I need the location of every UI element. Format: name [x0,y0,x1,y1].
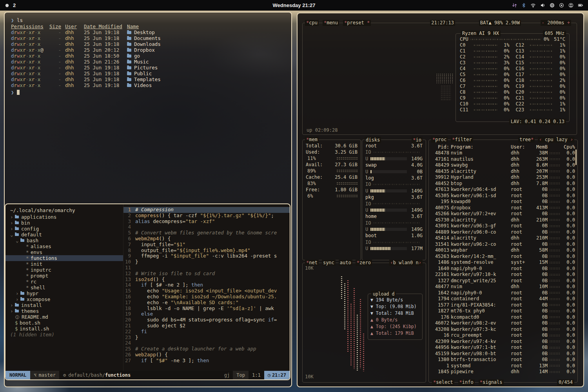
proc-row[interactable]: 48429swaybgdhh8.6M0.0 [431,162,575,169]
proc-row[interactable]: 47613kworker/u96:4-sdroot0B0.0 [431,187,575,193]
proc-row[interactable]: 45159kworker/u98:0-btroot0B0.0 [431,351,575,357]
proc-row[interactable]: 1845pipewiredhh14M0.0 [431,369,575,375]
tab-mem[interactable]: *mem [305,137,319,143]
proc-row[interactable]: 1827mt76-tx phy0root0B0.0 [431,308,575,314]
proc-row[interactable]: 22161kworker/u97:10-kroot0B0.0 [431,272,575,278]
buffer-line[interactable]: 13iso2sd() { [123,277,290,283]
buffer-line[interactable]: 25# Create a desktop launcher for a web … [123,346,290,352]
tab-proc[interactable]: *proc [431,137,448,143]
tree-item-install[interactable]: ›install [5,302,123,308]
tree-item-install.sh[interactable]: $install.sh [5,326,123,332]
proc-row[interactable]: 48478nvimdhh38M0.0 [431,150,575,156]
tree-item-boot.sh[interactable]: $boot.sh [5,320,123,326]
volume-icon[interactable] [540,3,545,8]
tree-item-themes[interactable]: ›themes [5,308,123,314]
tab-cpu[interactable]: *cpu [305,20,319,26]
buffer-line[interactable]: 15 echo "Usage: iso2sd <input_file> <out… [123,288,290,294]
tree-item-rc[interactable]: *rc [5,279,123,285]
proc-row[interactable]: 1577irq/81-PIXA3854:root0B0.0 [431,302,575,309]
buffer-line[interactable]: 26web2app() { [123,352,290,358]
proc-row[interactable]: 39912Hyprlanddhh253M0.0 [431,174,575,181]
buffer-line[interactable]: 22 fi [123,329,290,335]
workspace-indicator[interactable]: 2 [13,0,16,11]
proc-row[interactable]: 1794containerdroot44M0.0 [431,296,575,302]
buffer-line[interactable]: 24 [123,340,290,346]
buffer-line[interactable]: 14 if [ $# -ne 2 ]; then [123,282,290,288]
tab-io[interactable]: *io [412,137,423,143]
footer-info[interactable]: *info [458,379,475,385]
proc-row[interactable]: 48452btopdhh7.8M0.0 [431,181,575,187]
tree-item-init[interactable]: *init [5,261,123,267]
proc-row[interactable]: 45305kworker/u96:1-sdroot0B0.0 [431,193,575,199]
tree-item-README.md[interactable]: iREADME.md [5,314,123,320]
proc-row[interactable]: 45263kworker/14:2-mm_root0B0.0 [431,254,575,260]
buffer-line[interactable]: 3alias decompress="tar -xzf" [123,219,290,225]
buffer-line[interactable]: 18 lsblk -d -o NAME | grep -E '^sd[a-z]'… [123,306,290,312]
tree-item-applications[interactable]: ›applications [5,214,123,220]
tree-item-envs[interactable]: *envs [5,249,123,255]
process-scrollbar[interactable] [575,149,577,165]
buffer-line[interactable]: 1# Compression [123,207,290,213]
tree-item-shell[interactable]: *shell [5,285,123,290]
buffer-line[interactable]: 12# Write iso file to sd card [123,271,290,277]
proc-row[interactable]: 16rcu_preemptroot0B0.0 [431,332,575,339]
footer-signals[interactable]: *signals [479,379,504,385]
battery-icon[interactable] [578,3,583,8]
tree-item-functions[interactable]: *functions [5,255,123,261]
tab-net[interactable]: *net [305,260,319,266]
proc-row[interactable]: 43208kworker/u97:3-kcroot0B0.0 [431,327,575,333]
tree-item-hypr[interactable]: ›hypr [5,290,123,296]
proc-row[interactable]: 1327dmcrypt_write/25root0B0.0 [431,278,575,284]
proc-row[interactable]: 176kcompactd0root0B0.0 [431,314,575,321]
proc-row[interactable]: 40013waybardhh58M0.0 [431,247,575,254]
proc-row[interactable]: 48477nvimdhh10M0.0 [431,284,575,290]
proc-row[interactable]: 44956kworker/u97:1-btroot0B0.0 [431,345,575,351]
proc-row[interactable]: 1380btrfs-transactioroot0B0.0 [431,357,575,363]
tab-auto[interactable]: auto [339,260,352,266]
tree-item-bin[interactable]: ›bin [5,220,123,226]
update-interval-control[interactable]: - 2000ms + [541,20,571,26]
buffer-line[interactable]: 27 if [ "$#" -ne 3 ]; then [123,358,290,364]
tree-item-aliases[interactable]: *aliases [5,243,123,249]
buffer-line[interactable]: 23} [123,335,290,341]
proc-row[interactable]: 31541kworker/u96:2-coroot0B0.0 [431,241,575,248]
proc-row[interactable]: 42309kworker/u97:4-kvroot0B0.0 [431,339,575,345]
proc-row[interactable]: 48435alacrittydhh207M0.0 [431,169,575,175]
tree-item-inputrc[interactable]: *inputrc [5,267,123,273]
footer-select[interactable]: *select [432,379,454,385]
sort-selector[interactable]: ‹ cpu lazy › [538,137,574,143]
tree-item-config[interactable]: ›config [5,226,123,232]
tab-disks[interactable]: disks [365,137,381,143]
proc-row[interactable]: 45730alacrittydhh210M0.0 [431,217,575,223]
buffer-line[interactable]: 9 ffmpeg -i "$input_file" -c:v libx264 -… [123,253,290,259]
proc-row[interactable]: 1642napi/phy0-0root0B0.0 [431,290,575,296]
tab-sync[interactable]: sync [322,260,336,266]
buffer-line[interactable]: 8 output_file="${input_file%.webm}.mp4" [123,248,290,254]
tree-item-xcompose[interactable]: ›xcompose [5,296,123,302]
proc-row[interactable]: 46072kworker/u98:2-evroot0B0.0 [431,320,575,327]
buffer-line[interactable]: 10} [123,259,290,265]
buffer-line[interactable]: 20 sudo dd bs=4M status=progress oflag=s… [123,317,290,323]
arrows-updown-icon[interactable] [512,3,517,8]
proc-row[interactable]: 44889kworker/u96:0-coroot0B0.0 [431,229,575,236]
buffer-line[interactable]: 7 input_file="$1" [123,242,290,248]
editor-buffer[interactable]: 1# Compression2compress() { tar -czf "${… [123,204,290,371]
buffer-line[interactable]: 11 [123,265,290,271]
buffer-line[interactable]: 21 sudo eject $2 [123,323,290,329]
proc-row[interactable]: 47161nautilusdhh263M0.0 [431,156,575,163]
tab-menu[interactable]: *menu [323,20,339,26]
tree-item-default[interactable]: ⌄default [5,232,123,238]
net-stats-title[interactable]: upload d [371,291,396,298]
record-icon[interactable] [559,3,564,8]
wifi-icon[interactable] [530,3,536,8]
proc-row[interactable]: 45414alacrittydhh210M0.0 [431,235,575,241]
tab-preset[interactable]: *preset * [343,20,371,26]
buffer-line[interactable]: 17 echo -e "\nAvailable SD cards:" [123,300,290,306]
tab-zero[interactable]: *zero [356,260,372,266]
proc-row[interactable]: 1486systemd-resolvesyst+15M0.0 [431,260,575,266]
tab-tree[interactable]: tree* [518,137,535,143]
bluetooth-icon[interactable] [521,3,526,8]
proc-row[interactable]: 45266kworker/u97:2+evroot0B0.0 [431,211,575,217]
network-interface-switcher[interactable]: ‹b wlan0 n› [389,260,423,266]
tab-filter[interactable]: *filter [451,137,473,143]
